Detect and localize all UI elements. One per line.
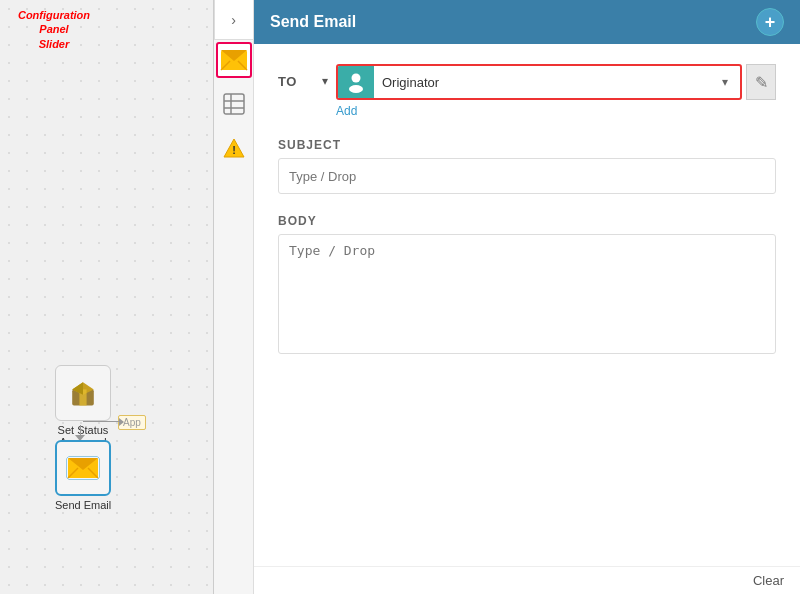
panel-footer: Clear [254, 566, 800, 594]
to-field-row: TO ▾ Originator ▾ [278, 64, 776, 118]
add-link[interactable]: Add [336, 104, 742, 118]
recipient-select[interactable]: Originator [374, 75, 710, 90]
main-panel: Send Email + TO ▾ [254, 0, 800, 594]
body-field-block: BODY [278, 214, 776, 358]
body-label: BODY [278, 214, 776, 228]
panel-content: TO ▾ Originator ▾ [254, 44, 800, 566]
node-label-send-email: Send Email [55, 499, 111, 511]
svg-point-20 [352, 74, 361, 83]
svg-text:!: ! [232, 144, 236, 156]
edit-button[interactable]: ✎ [746, 64, 776, 100]
body-textarea[interactable] [278, 234, 776, 354]
to-field-container: Originator ▾ Add [336, 64, 742, 118]
node-send-email[interactable]: Send Email [55, 440, 111, 511]
panel-header: Send Email + [254, 0, 800, 44]
subject-label: SUBJECT [278, 138, 776, 152]
subject-input[interactable] [278, 158, 776, 194]
panel-collapse-button[interactable]: › [214, 0, 254, 40]
subject-field-block: SUBJECT [278, 138, 776, 194]
config-panel-label: Configuration Panel Slider [4, 8, 104, 51]
node-icon-send-email [55, 440, 111, 496]
to-label: TO [278, 64, 314, 89]
user-icon [338, 64, 374, 100]
clear-button[interactable]: Clear [753, 573, 784, 588]
to-dropdown[interactable]: Originator ▾ [336, 64, 742, 100]
dropdown-chevron-icon: ▾ [710, 75, 740, 89]
add-button[interactable]: + [756, 8, 784, 36]
svg-rect-14 [224, 94, 244, 114]
side-panel: › ! [214, 0, 254, 594]
sidebar-mail-icon[interactable] [216, 42, 252, 78]
edit-icon: ✎ [755, 73, 768, 92]
sidebar-table-icon[interactable] [216, 86, 252, 122]
panel-title: Send Email [270, 13, 356, 31]
sidebar-warning-icon[interactable]: ! [216, 130, 252, 166]
node-icon-set-status [55, 365, 111, 421]
canvas-area: Configuration Panel Slider Set Status Ap… [0, 0, 214, 594]
to-chevron[interactable]: ▾ [322, 64, 328, 88]
svg-point-21 [349, 85, 363, 93]
